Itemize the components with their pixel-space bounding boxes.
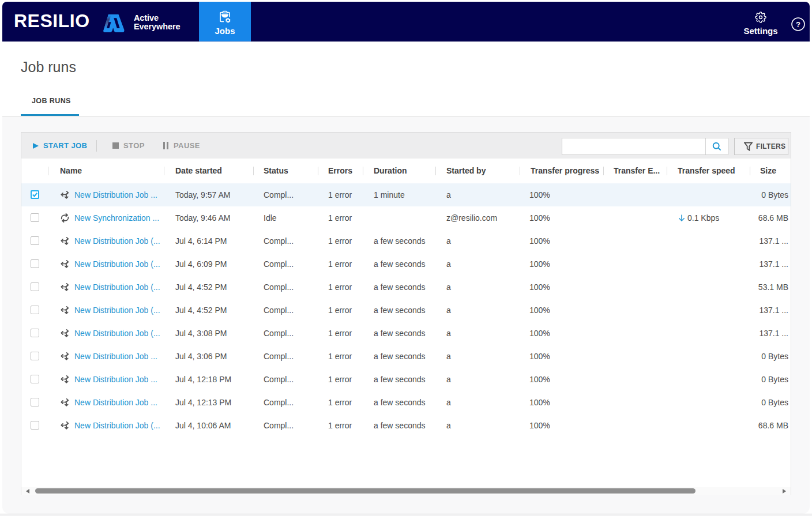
svg-text:?: ? [796,20,800,29]
